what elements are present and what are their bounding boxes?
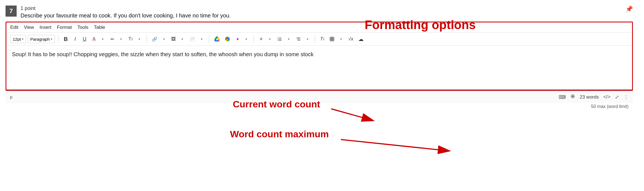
indent-button[interactable] — [294, 35, 303, 43]
ai-button[interactable]: ✦ — [234, 35, 241, 43]
html-tag-indicator: p — [10, 95, 12, 100]
menu-insert[interactable]: Insert — [40, 25, 52, 30]
table-group: ▾ — [328, 35, 345, 43]
word-max-annotation: Word count maximum — [230, 129, 329, 139]
font-size-chevron-icon: ▾ — [22, 37, 24, 41]
clear-format-button[interactable]: Tz — [318, 35, 326, 43]
embed-dropdown[interactable]: ▾ — [198, 35, 206, 43]
menu-tools[interactable]: Tools — [77, 25, 88, 30]
font-color-button[interactable]: A — [90, 35, 98, 43]
word-count-arrow — [331, 109, 373, 120]
menu-bar: Edit View Insert Format Tools Table — [6, 22, 632, 33]
status-bar: p ⌨ 23 words </> ⤢ ⋮ — [6, 91, 633, 103]
svg-rect-0 — [278, 38, 278, 38]
image-button[interactable]: 🖼 — [170, 35, 177, 43]
question-text: Describe your favourite meal to cook. If… — [21, 12, 625, 19]
font-size-value: 12pt — [13, 37, 21, 42]
google-search-button[interactable] — [223, 35, 232, 43]
status-right-section: ⌨ 23 words </> ⤢ ⋮ — [559, 94, 628, 100]
divider-5 — [315, 35, 315, 43]
svg-rect-10 — [330, 37, 334, 41]
divider-1 — [58, 35, 58, 43]
link-button[interactable]: 🔗 — [150, 35, 159, 43]
indent-icon — [296, 37, 301, 42]
ai-dropdown[interactable]: ▾ — [242, 35, 250, 43]
editor-wrapper: Edit View Insert Format Tools Table 12pt… — [6, 22, 633, 91]
superscript-group: T2 ▾ — [127, 35, 143, 43]
question-points: 1 point — [21, 6, 625, 11]
word-count-display: 23 words — [580, 94, 599, 100]
svg-rect-8 — [298, 40, 301, 41]
cursor-icon[interactable] — [570, 94, 575, 100]
indent-dropdown[interactable]: ▾ — [304, 35, 311, 43]
table-button[interactable] — [328, 35, 336, 43]
align-button[interactable]: ≡ — [257, 35, 265, 43]
list-button[interactable] — [275, 35, 284, 43]
table-icon — [329, 37, 334, 42]
question-number: 7 — [6, 6, 17, 17]
formula-button[interactable]: √x — [347, 35, 355, 43]
align-group: ≡ ▾ — [257, 35, 274, 43]
paragraph-style-chevron-icon: ▾ — [51, 37, 52, 41]
list-group: ▾ — [275, 35, 293, 43]
list-icon — [277, 37, 282, 42]
link-dropdown[interactable]: ▾ — [160, 35, 168, 43]
ai-group: ✦ ▾ — [234, 35, 250, 43]
svg-rect-4 — [278, 40, 278, 41]
question-meta: 1 point Describe your favourite meal to … — [21, 6, 625, 19]
superscript-button[interactable]: T2 — [127, 35, 134, 43]
word-max-display: 50 max (word limit) — [591, 104, 628, 109]
menu-format[interactable]: Format — [57, 25, 72, 30]
highlight-button[interactable]: ✏ — [108, 35, 116, 43]
page-container: 7 1 point Describe your favourite meal t… — [0, 0, 644, 191]
content-area[interactable]: Soup! It has to be soup!! Chopping veggi… — [6, 46, 632, 90]
question-header: 7 1 point Describe your favourite meal t… — [6, 6, 633, 19]
highlight-group: ✏ ▾ — [108, 35, 125, 43]
italic-button[interactable]: I — [71, 35, 79, 43]
image-dropdown[interactable]: ▾ — [178, 35, 186, 43]
paragraph-style-value: Paragraph — [30, 37, 50, 42]
google-lens-icon — [225, 36, 230, 42]
google-drive-button[interactable] — [213, 35, 221, 43]
divider-2 — [147, 35, 147, 43]
expand-button[interactable]: ⤢ — [615, 94, 619, 100]
highlight-dropdown[interactable]: ▾ — [117, 35, 125, 43]
bold-button[interactable]: B — [62, 35, 70, 43]
svg-rect-1 — [279, 38, 282, 38]
svg-rect-9 — [297, 39, 297, 39]
menu-view[interactable]: View — [24, 25, 34, 30]
font-color-dropdown[interactable]: ▾ — [99, 35, 107, 43]
divider-3 — [209, 35, 209, 43]
superscript-dropdown[interactable]: ▾ — [136, 35, 143, 43]
cloud-button[interactable]: ☁ — [357, 35, 365, 43]
underline-button[interactable]: U — [81, 35, 88, 43]
image-group: 🖼 ▾ — [170, 35, 186, 43]
word-max-row: 50 max (word limit) — [6, 103, 633, 110]
svg-point-15 — [572, 95, 574, 97]
align-dropdown[interactable]: ▾ — [266, 35, 274, 43]
google-drive-icon — [214, 36, 220, 42]
toolbar: 12pt ▾ Paragraph ▾ B I U A ▾ — [6, 33, 632, 46]
pin-icon[interactable]: 📌 — [625, 6, 633, 13]
divider-4 — [254, 35, 254, 43]
paragraph-style-select[interactable]: Paragraph ▾ — [28, 35, 55, 43]
indent-group: ▾ — [294, 35, 311, 43]
menu-table[interactable]: Table — [94, 25, 105, 30]
list-dropdown[interactable]: ▾ — [285, 35, 293, 43]
font-color-group: A ▾ — [90, 35, 107, 43]
font-size-select[interactable]: 12pt ▾ — [10, 35, 26, 43]
answer-text: Soup! It has to be soup!! Chopping veggi… — [12, 51, 313, 57]
menu-edit[interactable]: Edit — [10, 25, 18, 30]
svg-rect-7 — [298, 39, 301, 39]
table-dropdown[interactable]: ▾ — [337, 35, 345, 43]
svg-rect-6 — [297, 38, 301, 38]
embed-button[interactable]: 📄 — [188, 35, 197, 43]
keyboard-icon[interactable]: ⌨ — [559, 94, 566, 100]
html-code-button[interactable]: </> — [603, 94, 610, 100]
svg-rect-3 — [279, 39, 282, 40]
word-max-arrow — [341, 140, 449, 151]
link-group: 🔗 ▾ — [150, 35, 168, 43]
more-options-button[interactable]: ⋮ — [623, 94, 628, 100]
svg-rect-2 — [278, 39, 278, 39]
svg-rect-5 — [279, 40, 282, 41]
